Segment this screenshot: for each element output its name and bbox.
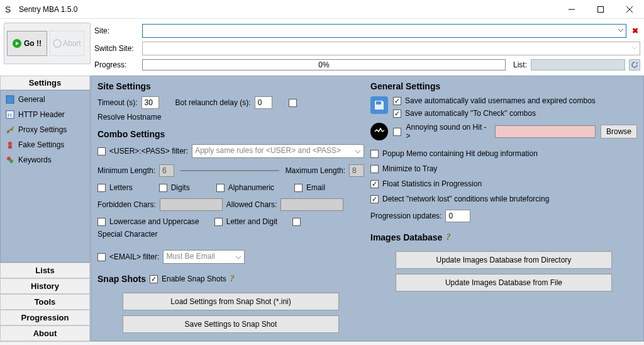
forbidden-chars-label: Forbidden Chars: <box>97 200 156 209</box>
update-db-file-button[interactable]: Update Images Database from File <box>396 274 612 291</box>
sidebar-btn-history[interactable]: History <box>0 278 90 294</box>
sidebar-item-fake-settings[interactable]: Fake Settings <box>1 137 89 152</box>
help-icon[interactable]: ? <box>230 274 235 284</box>
svg-rect-7 <box>6 96 14 103</box>
enable-snapshots-checkbox[interactable] <box>150 275 158 283</box>
sidebar-btn-progression[interactable]: Progression <box>0 310 90 325</box>
progress-label: Progress: <box>94 60 138 69</box>
titlebar: S Sentry MBA 1.5.0 <box>0 0 644 19</box>
email-filter-value: Must Be Email <box>166 252 214 261</box>
close-button[interactable] <box>615 0 644 19</box>
userpass-filter-checkbox[interactable] <box>97 147 106 156</box>
save-tocheck-checkbox[interactable] <box>393 110 401 118</box>
sidebar-item-label: Fake Settings <box>18 140 64 149</box>
lower-upper-checkbox[interactable] <box>97 218 106 226</box>
sidebar-item-http-header[interactable]: H HTTP Header <box>1 107 89 122</box>
digits-checkbox[interactable] <box>159 184 167 192</box>
popup-memo-label: Popup Memo containing Hit debug informat… <box>382 149 538 158</box>
combo-settings-title: Combo Settings <box>97 129 364 139</box>
go-abort-panel: Go !! Abort <box>4 23 91 64</box>
refresh-list-button[interactable] <box>629 59 640 71</box>
allowed-chars-input[interactable] <box>280 198 343 211</box>
minimize-tray-label: Minimize to Tray <box>382 164 437 173</box>
chevron-down-icon[interactable] <box>618 26 624 35</box>
svg-marker-6 <box>636 62 638 64</box>
save-valid-checkbox[interactable] <box>393 97 401 105</box>
sidebar-btn-about[interactable]: About <box>0 325 90 341</box>
max-length-input[interactable] <box>349 164 364 177</box>
min-length-input[interactable] <box>159 164 174 177</box>
svg-rect-15 <box>376 101 381 105</box>
load-snapshot-button[interactable]: Load Settings from Snap Shot (*.ini) <box>123 293 339 310</box>
minimize-button[interactable] <box>557 0 586 19</box>
sidebar-item-keywords[interactable]: Keywords <box>1 152 89 167</box>
progression-updates-input[interactable] <box>445 210 470 222</box>
timeout-input[interactable] <box>142 96 159 109</box>
email-filter-checkbox[interactable] <box>97 253 106 261</box>
sidebar: Settings General H HTTP Header Proxy Set… <box>0 76 91 341</box>
browse-sound-button[interactable]: Browse <box>601 125 637 139</box>
general-settings-title: General Settings <box>370 81 637 91</box>
right-column: General Settings Save automatically vali… <box>370 80 637 337</box>
minimize-tray-checkbox[interactable] <box>370 165 379 173</box>
userpass-filter-select[interactable]: Apply same rules for <USER> and <PASS> <box>192 144 364 158</box>
update-db-dir-button[interactable]: Update Images Database from Directory <box>396 251 612 269</box>
alphanumeric-checkbox[interactable] <box>216 184 225 192</box>
bot-relaunch-input[interactable] <box>255 96 272 109</box>
popup-memo-checkbox[interactable] <box>370 150 379 158</box>
clear-site-icon[interactable]: ✖ <box>630 26 640 35</box>
letters-checkbox[interactable] <box>97 184 106 192</box>
abort-button[interactable]: Abort <box>50 31 84 56</box>
letter-digit-label: Letter and Digit <box>226 217 277 226</box>
window-title: Sentry MBA 1.5.0 <box>19 5 77 14</box>
go-button[interactable]: Go !! <box>7 31 47 56</box>
sidebar-item-general[interactable]: General <box>1 92 89 107</box>
sidebar-btn-lists[interactable]: Lists <box>0 263 90 278</box>
left-column: Site Settings Timeout (s): Bot relaunch … <box>97 80 364 337</box>
length-slider[interactable] <box>180 170 279 171</box>
sidebar-item-proxy-settings[interactable]: Proxy Settings <box>1 122 89 137</box>
detect-network-checkbox[interactable] <box>370 195 379 203</box>
sidebar-btn-tools[interactable]: Tools <box>0 294 90 310</box>
svg-point-11 <box>8 142 12 145</box>
http-header-icon: H <box>6 110 14 119</box>
save-icon <box>370 96 388 114</box>
maximize-button[interactable] <box>586 0 615 19</box>
proxy-icon <box>6 125 14 134</box>
main: Settings General H HTTP Header Proxy Set… <box>0 76 644 341</box>
toolbar: Go !! Abort Site: ✖ Switch Site: Progres… <box>0 19 644 76</box>
site-input[interactable] <box>142 24 626 38</box>
email-checkbox[interactable] <box>294 184 303 192</box>
min-length-label: Minimum Length: <box>97 166 155 175</box>
help-icon[interactable]: ? <box>446 232 450 242</box>
site-settings-title: Site Settings <box>97 81 364 91</box>
forbidden-chars-input[interactable] <box>160 198 223 211</box>
special-char-checkbox[interactable] <box>292 218 301 226</box>
images-db-title: Images Database <box>370 232 442 242</box>
float-stats-checkbox[interactable] <box>370 180 379 188</box>
sidebar-panel: General H HTTP Header Proxy Settings Fak… <box>0 90 90 263</box>
sidebar-header-settings[interactable]: Settings <box>0 76 90 90</box>
digits-label: Digits <box>171 183 190 192</box>
svg-point-10 <box>7 130 9 133</box>
letter-digit-checkbox[interactable] <box>214 218 223 226</box>
chevron-down-icon[interactable] <box>631 44 638 53</box>
save-snapshot-button[interactable]: Save Settings to Snap Shot <box>123 315 339 333</box>
list-box[interactable] <box>531 59 625 71</box>
sidebar-item-label: Keywords <box>18 156 52 164</box>
refresh-icon <box>631 61 638 69</box>
chevron-down-icon <box>355 148 361 157</box>
email-filter-select[interactable]: Must Be Email <box>163 250 245 264</box>
sidebar-item-label: General <box>18 95 45 104</box>
sound-file-input[interactable] <box>495 125 596 138</box>
site-label: Site: <box>94 26 138 35</box>
switch-site-input[interactable] <box>142 42 640 55</box>
svg-rect-2 <box>598 6 604 12</box>
userpass-filter-value: Apply same rules for <USER> and <PASS> <box>195 146 341 155</box>
sound-hit-checkbox[interactable] <box>393 128 401 136</box>
go-label: Go !! <box>24 39 42 48</box>
statusbar: IP: type= 'text/javas <box>0 341 644 345</box>
save-valid-label: Save automatically valid usernames and e… <box>405 96 596 105</box>
resolve-hostname-checkbox[interactable] <box>289 99 297 107</box>
list-label: List: <box>513 60 527 69</box>
